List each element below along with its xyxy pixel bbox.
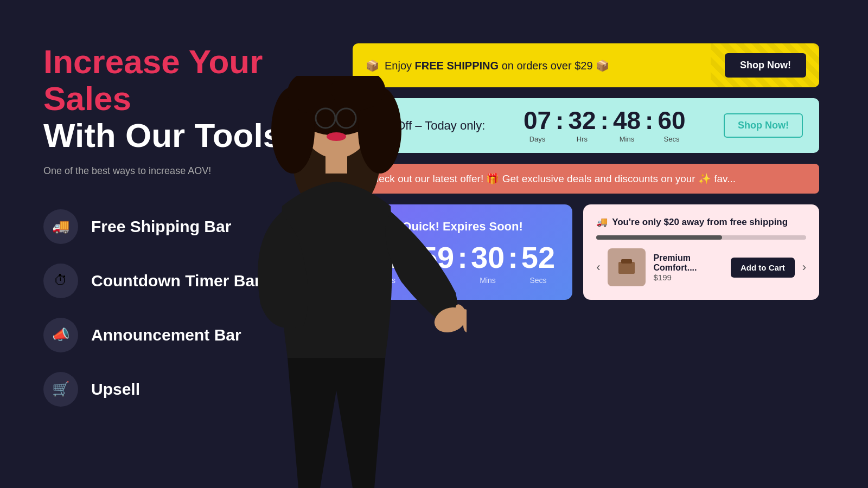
widget-sep-3: : [505, 242, 521, 273]
widget-days: 02 [370, 242, 404, 273]
upsell-shipping-text: 🚚 You're only $20 away from free shippin… [596, 216, 806, 228]
separator-1: : [551, 108, 568, 133]
shipping-bar-text: 📦 Enjoy FREE SHIPPING on orders over $29… [366, 59, 609, 72]
widget-sep-1: : [404, 242, 420, 273]
announcement-bar: Check out our latest offer! 🎁 Get exclus… [353, 164, 819, 194]
widget-days-unit: 02 Days [370, 242, 404, 285]
separator-2: : [596, 108, 613, 133]
widget-hrs: 59 [420, 242, 454, 273]
feature-item-upsell: 🛒 Upsell [43, 372, 347, 407]
svg-point-14 [463, 316, 467, 332]
widget-mins-label: Mins [480, 276, 496, 285]
shipping-text-content: Enjoy FREE SHIPPING on orders over $29 📦 [385, 59, 609, 72]
announcement-icon: 📣 [43, 318, 78, 352]
bottom-row: Quick! Expires Soon! 02 Days : 59 Hrs : … [353, 204, 819, 300]
prev-arrow-button[interactable]: ‹ [596, 260, 600, 274]
upsell-widget: 🚚 You're only $20 away from free shippin… [583, 204, 819, 300]
countdown-widget: Quick! Expires Soon! 02 Days : 59 Hrs : … [353, 204, 572, 300]
feature-item-announcement: 📣 Announcement Bar [43, 318, 347, 352]
secs-label: Secs [664, 135, 680, 143]
feature-item-countdown: ⏱ Countdown Timer Bar [43, 264, 347, 298]
time-unit-days: 07 Days [524, 108, 551, 143]
right-panel: 📦 Enjoy FREE SHIPPING on orders over $29… [353, 43, 819, 300]
widget-hrs-unit: 59 Hrs [420, 242, 454, 285]
svg-point-11 [431, 303, 467, 337]
feature-list: 🚚 Free Shipping Bar ⏱ Countdown Timer Ba… [43, 209, 347, 407]
countdown-icon: ⏱ [43, 264, 78, 298]
secs-number: 60 [658, 108, 685, 133]
days-number: 07 [524, 108, 551, 133]
free-shipping-label: Free Shipping Bar [91, 217, 231, 236]
progress-bar-fill [596, 235, 722, 240]
add-to-cart-button[interactable]: Add to Cart [731, 258, 795, 278]
countdown-label: Countdown Timer Bar [91, 272, 261, 290]
progress-bar-container [596, 235, 806, 240]
mins-number: 48 [613, 108, 641, 133]
mins-label: Mins [620, 135, 634, 143]
free-shipping-bold: FREE SHIPPING [415, 60, 499, 72]
left-panel: Increase Your Sales With Our Tools One o… [43, 43, 347, 426]
separator-3: : [641, 108, 658, 133]
next-arrow-button[interactable]: › [802, 260, 806, 274]
announcement-label: Announcement Bar [91, 326, 241, 344]
upsell-icon: 🛒 [43, 372, 78, 407]
headline-line2: With Our Tools [43, 117, 347, 154]
product-row: ‹ Premium Comfort.... $199 Add to Cart › [596, 248, 806, 286]
widget-days-label: Days [378, 276, 395, 285]
countdown-shop-now-button[interactable]: Shop Now! [724, 113, 803, 138]
shipping-emoji-left: 📦 [366, 59, 379, 72]
product-name: Premium Comfort.... [653, 253, 723, 273]
time-unit-hrs: 32 Hrs [568, 108, 596, 143]
hrs-label: Hrs [577, 135, 588, 143]
widget-secs-label: Secs [529, 276, 546, 285]
widget-hrs-label: Hrs [431, 276, 443, 285]
days-label: Days [529, 135, 546, 143]
svg-rect-1 [618, 262, 635, 274]
product-thumbnail [608, 248, 646, 286]
subtext: One of the best ways to increase AOV! [43, 165, 347, 177]
countdown-digits: 07 Days : 32 Hrs : 48 Mins : 60 Secs [524, 108, 686, 143]
widget-mins: 30 [471, 242, 505, 273]
countdown-bar: 20% Off – Today only: 07 Days : 32 Hrs :… [353, 98, 819, 153]
product-info: Premium Comfort.... $199 [653, 253, 723, 282]
widget-secs: 52 [521, 242, 555, 273]
headline-line1: Increase Your Sales [43, 43, 347, 117]
widget-secs-unit: 52 Secs [521, 242, 555, 285]
widget-countdown: 02 Days : 59 Hrs : 30 Mins : 52 Secs [370, 242, 555, 285]
hrs-number: 32 [568, 108, 596, 133]
time-unit-secs: 60 Secs [658, 108, 685, 143]
countdown-bar-text: 20% Off – Today only: [369, 119, 485, 133]
feature-item-free-shipping: 🚚 Free Shipping Bar [43, 209, 347, 244]
shipping-shop-now-button[interactable]: Shop Now! [725, 53, 806, 78]
time-unit-mins: 48 Mins [613, 108, 641, 143]
svg-rect-2 [621, 259, 632, 264]
product-price: $199 [653, 273, 723, 282]
free-shipping-icon: 🚚 [43, 209, 78, 244]
svg-point-12 [454, 303, 467, 321]
widget-title: Quick! Expires Soon! [370, 220, 555, 234]
upsell-label: Upsell [91, 380, 140, 399]
upsell-shipping-icon: 🚚 [596, 216, 608, 228]
widget-sep-2: : [454, 242, 471, 273]
widget-mins-unit: 30 Mins [471, 242, 505, 285]
svg-point-13 [460, 308, 467, 326]
free-shipping-bar: 📦 Enjoy FREE SHIPPING on orders over $29… [353, 43, 819, 87]
upsell-shipping-label: You're only $20 away from free shipping [612, 217, 788, 228]
